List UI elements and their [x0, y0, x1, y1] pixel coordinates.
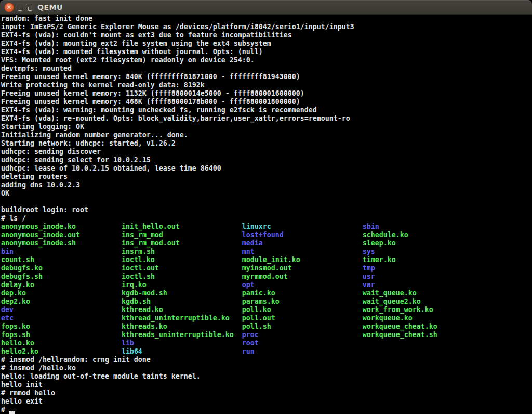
file-name: debugfs.sh: [1, 273, 43, 280]
console-line: # insmod /hello.ko: [1, 364, 532, 372]
minimize-icon: [18, 10, 22, 11]
file-name: kgdb.sh: [122, 297, 151, 305]
file-name: anonymous_inode.ko: [1, 223, 76, 230]
terminal-cursor: [9, 411, 15, 414]
file-name: kthreads.ko: [122, 322, 167, 330]
file-name: wait_queue.ko: [363, 289, 417, 297]
file-name: fops.ko: [1, 322, 30, 330]
console-line: VFS: Mounted root (ext2 filesystem) read…: [1, 56, 532, 64]
console-line: dep2.ko kgdb.sh params.ko wait_queue2.ko: [1, 297, 532, 306]
file-name: linuxrc: [242, 223, 271, 230]
file-name: sys: [363, 248, 375, 255]
console-line: Freeing unused kernel memory: 840K (ffff…: [1, 73, 532, 81]
console-line: etc kthread_uninterruptible.ko poll.out …: [1, 314, 532, 322]
console-line: #: [1, 406, 532, 414]
file-name: opt: [242, 281, 255, 289]
titlebar[interactable]: ✕ QEMU: [0, 0, 532, 15]
file-name: var: [363, 281, 375, 289]
console-line: dep.ko kgdb-mod.sh panic.ko wait_queue.k…: [1, 289, 532, 297]
file-name: wait_queue2.ko: [363, 297, 421, 305]
file-name: ins_rm_mod: [122, 231, 163, 239]
file-name: dep2.ko: [1, 297, 30, 305]
file-name: schedule.ko: [363, 231, 408, 239]
file-name: timer.ko: [363, 256, 396, 264]
file-name: dep.ko: [1, 289, 26, 297]
file-name: media: [242, 239, 263, 247]
console-line: anonymous_inode.ko init_hello.out linuxr…: [1, 223, 532, 231]
file-name: poll.out: [242, 314, 275, 322]
console-line: random: fast init done: [1, 15, 532, 23]
file-name: dev: [1, 306, 14, 314]
file-name: proc: [242, 331, 259, 339]
console[interactable]: random: fast init doneinput: ImExPS/2 Ge…: [0, 15, 532, 414]
console-line: debugfs.sh ioctl.sh myrmmod.out usr: [1, 273, 532, 281]
file-name: hello2.ko: [1, 347, 38, 355]
console-line: # ls /: [1, 214, 532, 223]
console-line: [1, 198, 532, 206]
file-name: anonymous_inode.out: [1, 231, 80, 239]
console-line: dev kthread.ko poll.ko work_from_work.ko: [1, 306, 532, 314]
file-name: work_from_work.ko: [363, 306, 433, 314]
console-line: # rmmod hello: [1, 389, 532, 397]
maximize-button[interactable]: [25, 3, 34, 12]
file-name: tmp: [363, 264, 375, 272]
console-line: udhcpc: sending discover: [1, 148, 532, 156]
console-line: bin insrm.sh mnt sys: [1, 248, 532, 256]
file-name: poll.ko: [242, 306, 271, 314]
console-line: fops.ko kthreads.ko poll.sh workqueue_ch…: [1, 322, 532, 331]
console-line: udhcpc: sending select for 10.0.2.15: [1, 156, 532, 164]
file-name: workqueue.ko: [363, 314, 413, 322]
console-line: hello.ko lib root: [1, 339, 532, 347]
console-line: Freeing unused kernel memory: 468K (ffff…: [1, 98, 532, 106]
file-name: poll.sh: [242, 322, 271, 330]
console-line: deleting routers: [1, 173, 532, 181]
file-name: delay.ko: [1, 281, 34, 289]
file-name: panic.ko: [242, 289, 275, 297]
file-name: sbin: [363, 223, 379, 230]
file-name: debugfs.ko: [1, 264, 43, 272]
file-name: ins_rm_mod.out: [122, 239, 180, 247]
console-line: Starting network: udhcpc: started, v1.26…: [1, 139, 532, 148]
qemu-window: ✕ QEMU random: fast init doneinput: ImEx…: [0, 0, 532, 414]
console-line: EXT4-fs (vda): mounted filesystem withou…: [1, 48, 532, 56]
file-name: myrmmod.out: [242, 273, 288, 280]
console-line: anonymous_inode.out ins_rm_mod lost+foun…: [1, 231, 532, 239]
file-name: anonymous_inode.sh: [1, 239, 76, 247]
console-line: Initializing random number generator... …: [1, 131, 532, 139]
console-line: buildroot login: root: [1, 206, 532, 214]
console-line: udhcpc: lease of 10.0.2.15 obtained, lea…: [1, 164, 532, 173]
console-line: OK: [1, 189, 532, 198]
file-name: ioctl.ko: [122, 256, 155, 264]
console-line: Starting logging: OK: [1, 123, 532, 131]
file-name: ioctl.out: [122, 264, 159, 272]
console-line: delay.ko irq.ko opt var: [1, 281, 532, 289]
file-name: workqueue_cheat.sh: [363, 331, 437, 339]
file-name: myinsmod.out: [242, 264, 292, 272]
console-line: # insmod /hellrandom: crng init done: [1, 356, 532, 364]
file-name: kthread_uninterruptible.ko: [122, 314, 230, 322]
file-name: workqueue_cheat.ko: [363, 322, 437, 330]
console-line: adding dns 10.0.2.3: [1, 181, 532, 189]
file-name: irq.ko: [122, 281, 147, 289]
console-line: debugfs.ko ioctl.out myinsmod.out tmp: [1, 264, 532, 273]
console-line: count.sh ioctl.ko module_init.ko timer.k…: [1, 256, 532, 264]
file-name: usr: [363, 273, 375, 280]
file-name: kgdb-mod.sh: [122, 289, 167, 297]
file-name: fops.sh: [1, 331, 30, 339]
file-name: lib64: [122, 347, 142, 355]
file-name: kthread.ko: [122, 306, 163, 314]
maximize-icon: [28, 7, 32, 11]
console-line: anonymous_inode.sh ins_rm_mod.out media …: [1, 239, 532, 248]
file-name: params.ko: [242, 297, 280, 305]
file-name: module_init.ko: [242, 256, 300, 264]
file-name: sleep.ko: [363, 239, 396, 247]
file-name: count.sh: [1, 256, 34, 264]
console-line: hello exit: [1, 397, 532, 406]
console-line: Write protecting the kernel read-only da…: [1, 81, 532, 89]
window-title: QEMU: [37, 0, 63, 15]
minimize-button[interactable]: [16, 3, 24, 12]
file-name: run: [242, 347, 255, 355]
console-line: EXT4-fs (vda): warning: mounting uncheck…: [1, 106, 532, 114]
file-name: hello.ko: [1, 339, 34, 347]
close-button[interactable]: ✕: [4, 3, 14, 12]
